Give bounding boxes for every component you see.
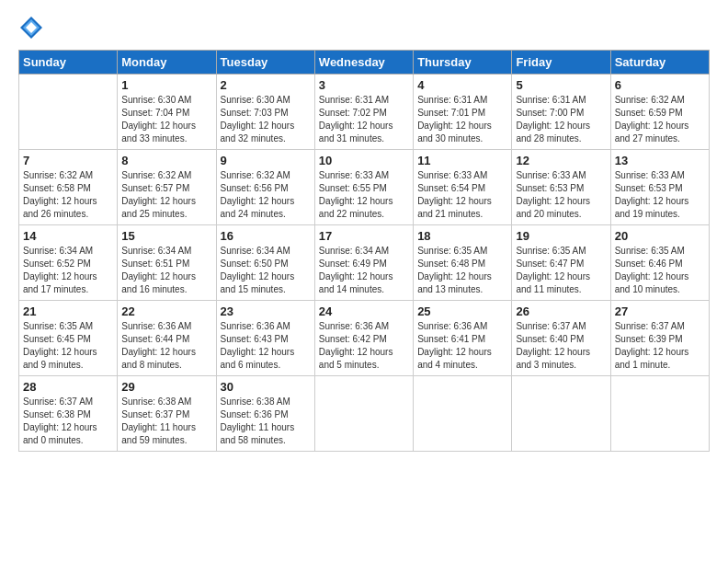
calendar-cell: 27Sunrise: 6:37 AM Sunset: 6:39 PM Dayli…	[610, 301, 709, 376]
day-info: Sunrise: 6:36 AM Sunset: 6:42 PM Dayligh…	[319, 320, 409, 372]
calendar-header-row: SundayMondayTuesdayWednesdayThursdayFrid…	[19, 51, 710, 75]
calendar-cell: 1Sunrise: 6:30 AM Sunset: 7:04 PM Daylig…	[118, 75, 216, 150]
day-info: Sunrise: 6:32 AM Sunset: 6:57 PM Dayligh…	[121, 169, 211, 221]
calendar-cell: 18Sunrise: 6:35 AM Sunset: 6:48 PM Dayli…	[414, 225, 512, 301]
day-number: 3	[319, 78, 409, 92]
day-info: Sunrise: 6:36 AM Sunset: 6:41 PM Dayligh…	[417, 320, 507, 372]
day-info: Sunrise: 6:37 AM Sunset: 6:39 PM Dayligh…	[615, 320, 705, 372]
day-number: 5	[516, 78, 606, 92]
calendar-cell: 7Sunrise: 6:32 AM Sunset: 6:58 PM Daylig…	[19, 150, 118, 225]
calendar-table: SundayMondayTuesdayWednesdayThursdayFrid…	[18, 50, 710, 452]
day-info: Sunrise: 6:35 AM Sunset: 6:45 PM Dayligh…	[23, 320, 113, 372]
day-number: 21	[23, 304, 113, 318]
calendar-cell: 14Sunrise: 6:34 AM Sunset: 6:52 PM Dayli…	[19, 225, 118, 301]
header-day-saturday: Saturday	[610, 51, 709, 75]
header	[18, 15, 710, 40]
header-day-wednesday: Wednesday	[314, 51, 413, 75]
day-info: Sunrise: 6:32 AM Sunset: 6:58 PM Dayligh…	[23, 169, 113, 221]
calendar-cell: 15Sunrise: 6:34 AM Sunset: 6:51 PM Dayli…	[118, 225, 216, 301]
week-row-0: 1Sunrise: 6:30 AM Sunset: 7:04 PM Daylig…	[19, 75, 710, 150]
calendar-cell: 11Sunrise: 6:33 AM Sunset: 6:54 PM Dayli…	[414, 150, 512, 225]
header-day-tuesday: Tuesday	[216, 51, 314, 75]
day-info: Sunrise: 6:34 AM Sunset: 6:50 PM Dayligh…	[221, 245, 311, 296]
calendar-cell: 5Sunrise: 6:31 AM Sunset: 7:00 PM Daylig…	[512, 75, 610, 150]
header-day-thursday: Thursday	[414, 51, 512, 75]
calendar-cell: 10Sunrise: 6:33 AM Sunset: 6:55 PM Dayli…	[314, 150, 413, 225]
calendar-cell: 28Sunrise: 6:37 AM Sunset: 6:38 PM Dayli…	[19, 376, 118, 452]
calendar-cell: 30Sunrise: 6:38 AM Sunset: 6:36 PM Dayli…	[216, 376, 314, 452]
calendar-cell: 26Sunrise: 6:37 AM Sunset: 6:40 PM Dayli…	[512, 301, 610, 376]
day-number: 9	[221, 154, 311, 167]
header-day-sunday: Sunday	[19, 51, 118, 75]
week-row-3: 21Sunrise: 6:35 AM Sunset: 6:45 PM Dayli…	[19, 301, 710, 376]
calendar-cell: 3Sunrise: 6:31 AM Sunset: 7:02 PM Daylig…	[314, 75, 413, 150]
day-number: 19	[516, 229, 606, 243]
day-info: Sunrise: 6:35 AM Sunset: 6:47 PM Dayligh…	[516, 245, 606, 296]
day-number: 14	[23, 229, 113, 243]
day-number: 1	[121, 78, 211, 92]
day-info: Sunrise: 6:36 AM Sunset: 6:43 PM Dayligh…	[221, 320, 311, 372]
day-number: 20	[615, 229, 705, 243]
calendar-cell: 16Sunrise: 6:34 AM Sunset: 6:50 PM Dayli…	[216, 225, 314, 301]
calendar-cell: 17Sunrise: 6:34 AM Sunset: 6:49 PM Dayli…	[314, 225, 413, 301]
day-info: Sunrise: 6:34 AM Sunset: 6:49 PM Dayligh…	[319, 245, 409, 296]
day-info: Sunrise: 6:35 AM Sunset: 6:46 PM Dayligh…	[615, 245, 705, 296]
day-info: Sunrise: 6:33 AM Sunset: 6:55 PM Dayligh…	[319, 169, 409, 221]
day-number: 12	[516, 154, 606, 167]
calendar-cell: 9Sunrise: 6:32 AM Sunset: 6:56 PM Daylig…	[216, 150, 314, 225]
calendar-cell: 6Sunrise: 6:32 AM Sunset: 6:59 PM Daylig…	[610, 75, 709, 150]
day-info: Sunrise: 6:33 AM Sunset: 6:54 PM Dayligh…	[417, 169, 507, 221]
day-number: 18	[417, 229, 507, 243]
day-number: 2	[221, 78, 311, 92]
day-number: 6	[615, 78, 705, 92]
calendar-cell: 19Sunrise: 6:35 AM Sunset: 6:47 PM Dayli…	[512, 225, 610, 301]
day-info: Sunrise: 6:34 AM Sunset: 6:51 PM Dayligh…	[121, 245, 211, 296]
day-number: 15	[121, 229, 211, 243]
day-info: Sunrise: 6:32 AM Sunset: 6:56 PM Dayligh…	[221, 169, 311, 221]
calendar-cell: 24Sunrise: 6:36 AM Sunset: 6:42 PM Dayli…	[314, 301, 413, 376]
header-day-friday: Friday	[512, 51, 610, 75]
week-row-2: 14Sunrise: 6:34 AM Sunset: 6:52 PM Dayli…	[19, 225, 710, 301]
day-number: 24	[319, 304, 409, 318]
day-number: 7	[23, 154, 113, 167]
calendar-cell: 2Sunrise: 6:30 AM Sunset: 7:03 PM Daylig…	[216, 75, 314, 150]
calendar-cell: 25Sunrise: 6:36 AM Sunset: 6:41 PM Dayli…	[414, 301, 512, 376]
calendar-cell	[512, 376, 610, 452]
day-number: 28	[23, 380, 113, 394]
day-number: 22	[121, 304, 211, 318]
day-info: Sunrise: 6:33 AM Sunset: 6:53 PM Dayligh…	[516, 169, 606, 221]
day-info: Sunrise: 6:34 AM Sunset: 6:52 PM Dayligh…	[23, 245, 113, 296]
day-info: Sunrise: 6:31 AM Sunset: 7:01 PM Dayligh…	[417, 94, 507, 145]
calendar-cell	[314, 376, 413, 452]
day-info: Sunrise: 6:38 AM Sunset: 6:36 PM Dayligh…	[221, 396, 311, 447]
calendar-cell: 8Sunrise: 6:32 AM Sunset: 6:57 PM Daylig…	[118, 150, 216, 225]
day-info: Sunrise: 6:33 AM Sunset: 6:53 PM Dayligh…	[615, 169, 705, 221]
week-row-4: 28Sunrise: 6:37 AM Sunset: 6:38 PM Dayli…	[19, 376, 710, 452]
calendar-cell: 12Sunrise: 6:33 AM Sunset: 6:53 PM Dayli…	[512, 150, 610, 225]
day-number: 4	[417, 78, 507, 92]
day-number: 25	[417, 304, 507, 318]
day-info: Sunrise: 6:37 AM Sunset: 6:40 PM Dayligh…	[516, 320, 606, 372]
day-info: Sunrise: 6:35 AM Sunset: 6:48 PM Dayligh…	[417, 245, 507, 296]
day-number: 30	[221, 380, 311, 394]
calendar-cell: 21Sunrise: 6:35 AM Sunset: 6:45 PM Dayli…	[19, 301, 118, 376]
day-number: 29	[121, 380, 211, 394]
day-info: Sunrise: 6:30 AM Sunset: 7:03 PM Dayligh…	[221, 94, 311, 145]
calendar-cell: 13Sunrise: 6:33 AM Sunset: 6:53 PM Dayli…	[610, 150, 709, 225]
calendar-cell	[610, 376, 709, 452]
day-number: 13	[615, 154, 705, 167]
day-info: Sunrise: 6:38 AM Sunset: 6:37 PM Dayligh…	[121, 396, 211, 447]
day-info: Sunrise: 6:32 AM Sunset: 6:59 PM Dayligh…	[615, 94, 705, 145]
day-info: Sunrise: 6:36 AM Sunset: 6:44 PM Dayligh…	[121, 320, 211, 372]
day-number: 27	[615, 304, 705, 318]
calendar-cell: 22Sunrise: 6:36 AM Sunset: 6:44 PM Dayli…	[118, 301, 216, 376]
calendar-cell: 20Sunrise: 6:35 AM Sunset: 6:46 PM Dayli…	[610, 225, 709, 301]
day-info: Sunrise: 6:31 AM Sunset: 7:00 PM Dayligh…	[516, 94, 606, 145]
logo-icon	[18, 15, 44, 40]
calendar-cell: 23Sunrise: 6:36 AM Sunset: 6:43 PM Dayli…	[216, 301, 314, 376]
day-number: 17	[319, 229, 409, 243]
day-info: Sunrise: 6:30 AM Sunset: 7:04 PM Dayligh…	[121, 94, 211, 145]
day-number: 11	[417, 154, 507, 167]
day-number: 8	[121, 154, 211, 167]
day-number: 26	[516, 304, 606, 318]
